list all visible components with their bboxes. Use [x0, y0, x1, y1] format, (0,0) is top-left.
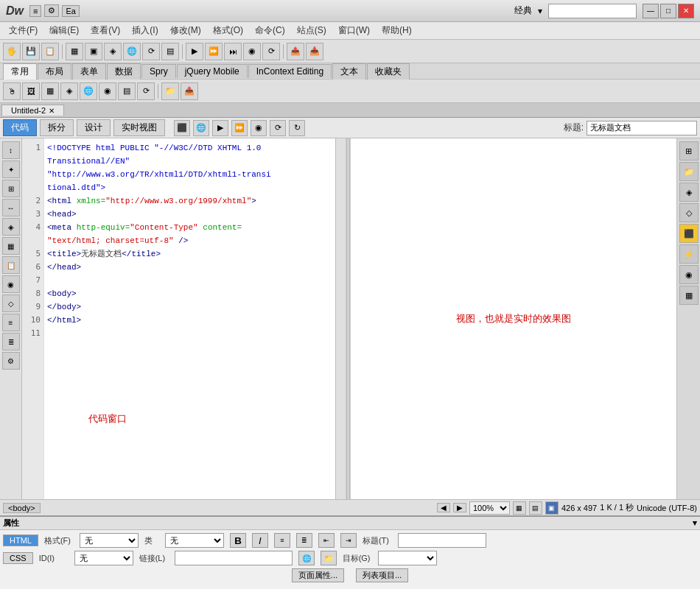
title-icon-2[interactable]: ⚙ — [44, 4, 59, 17]
ins-btn-7[interactable]: ▤ — [118, 82, 136, 100]
restore-button[interactable]: □ — [660, 4, 676, 18]
lp-icon-10[interactable]: ≡ — [2, 314, 20, 331]
lp-icon-5[interactable]: ◈ — [2, 218, 20, 236]
tb-btn-12[interactable]: ⏭ — [224, 43, 242, 60]
minimize-button[interactable]: — — [643, 4, 659, 18]
tab-layout[interactable]: 布局 — [38, 63, 71, 80]
menu-window[interactable]: 窗口(W) — [332, 23, 376, 38]
design-view-button[interactable]: 设计 — [77, 119, 111, 136]
status-icon-1[interactable]: ◀ — [437, 503, 450, 512]
code-view-button[interactable]: 代码 — [3, 119, 37, 136]
status-grid-3[interactable]: ▣ — [545, 501, 559, 515]
status-grid-1[interactable]: ▦ — [513, 501, 526, 515]
bold-button[interactable]: B — [230, 533, 246, 548]
lp-icon-1[interactable]: ↕ — [2, 141, 20, 159]
link-input[interactable] — [175, 551, 293, 565]
menu-view[interactable]: 查看(V) — [85, 23, 126, 38]
ins-btn-5[interactable]: 🌐 — [80, 82, 97, 100]
tb-btn-14[interactable]: ⟳ — [262, 43, 280, 60]
view-icon-1[interactable]: ⬛ — [174, 120, 190, 136]
live-view-button[interactable]: 实时视图 — [113, 119, 165, 136]
menu-command[interactable]: 命令(C) — [249, 23, 291, 38]
css-button[interactable]: CSS — [3, 552, 33, 564]
tab-form[interactable]: 表单 — [72, 63, 106, 80]
menu-format[interactable]: 格式(O) — [207, 23, 249, 38]
tab-incontext[interactable]: InContext Editing — [248, 64, 332, 78]
id-select[interactable]: 无 — [74, 551, 133, 565]
title-icon-1[interactable]: ≡ — [29, 5, 41, 17]
indent-btn-2[interactable]: ⇥ — [340, 533, 357, 548]
tab-text[interactable]: 文本 — [332, 63, 366, 80]
link-globe-icon[interactable]: 🌐 — [298, 551, 315, 565]
menu-modify[interactable]: 修改(M) — [164, 23, 207, 38]
tab-spry[interactable]: Spry — [141, 64, 176, 78]
split-view-button[interactable]: 拆分 — [40, 119, 74, 136]
rp-icon-color[interactable]: ⬛ — [679, 224, 699, 243]
tb-btn-9[interactable]: ▤ — [161, 43, 179, 60]
view-icon-7[interactable]: ↻ — [289, 120, 305, 136]
tb-btn-8[interactable]: ⟳ — [142, 43, 160, 60]
classic-dropdown-icon[interactable]: ▾ — [538, 6, 542, 16]
view-icon-4[interactable]: ⏩ — [231, 120, 248, 136]
tab-data[interactable]: 数据 — [107, 63, 141, 80]
title-field[interactable] — [398, 533, 486, 548]
search-input[interactable] — [548, 4, 637, 18]
lp-icon-6[interactable]: ▦ — [2, 237, 20, 255]
ins-btn-1[interactable]: 🖱 — [3, 82, 21, 100]
tb-btn-3[interactable]: 📋 — [41, 43, 59, 60]
tb-btn-16[interactable]: 📥 — [306, 43, 323, 60]
menu-help[interactable]: 帮助(H) — [376, 23, 418, 38]
tb-btn-11[interactable]: ⏩ — [205, 43, 223, 60]
ins-btn-2[interactable]: 🖼 — [22, 82, 40, 100]
class-select[interactable]: 无 — [165, 533, 224, 548]
menu-insert[interactable]: 插入(I) — [126, 23, 164, 38]
close-button[interactable]: ✕ — [678, 4, 694, 18]
tb-btn-15[interactable]: 📤 — [287, 43, 304, 60]
ins-btn-3[interactable]: ▦ — [41, 82, 59, 100]
lp-icon-7[interactable]: 📋 — [2, 256, 20, 274]
view-icon-5[interactable]: ◉ — [251, 120, 267, 136]
page-props-button[interactable]: 页面属性... — [292, 568, 344, 582]
list-item-button[interactable]: 列表项目... — [356, 568, 408, 582]
menu-file[interactable]: 文件(F) — [3, 23, 43, 38]
title-field-input[interactable] — [587, 121, 697, 135]
ins-btn-8[interactable]: ⟳ — [137, 82, 155, 100]
title-icon-3[interactable]: Ea — [62, 5, 79, 17]
tb-btn-4[interactable]: ▦ — [66, 43, 83, 60]
tab-common[interactable]: 常用 — [3, 63, 37, 80]
lp-icon-12[interactable]: ⚙ — [2, 352, 20, 370]
rp-icon-4[interactable]: ◇ — [679, 203, 699, 222]
doc-tab-close-icon[interactable]: ✕ — [49, 107, 55, 115]
tab-favorites[interactable]: 收藏夹 — [367, 63, 410, 80]
target-select[interactable] — [378, 551, 437, 565]
rp-icon-6[interactable]: ⚡ — [679, 244, 699, 264]
status-grid-2[interactable]: ▤ — [529, 501, 542, 515]
lp-icon-3[interactable]: ⊞ — [2, 180, 20, 197]
ins-btn-6[interactable]: ◉ — [99, 82, 116, 100]
zoom-select[interactable]: 100% — [469, 501, 510, 515]
code-scrollbar[interactable] — [335, 138, 346, 499]
tb-btn-10[interactable]: ▶ — [186, 43, 203, 60]
ins-btn-4[interactable]: ◈ — [60, 82, 78, 100]
lp-icon-8[interactable]: ◉ — [2, 275, 20, 293]
html-button[interactable]: HTML — [3, 535, 38, 546]
list-btn-2[interactable]: ≣ — [296, 533, 312, 548]
code-editor[interactable]: <!DOCTYPE html PUBLIC "-//W3C//DTD XHTML… — [44, 138, 346, 499]
link-folder-icon[interactable]: 📁 — [321, 551, 337, 565]
code-pane[interactable]: 1 2 3 4 5 6 7 8 9 10 11 <!DOCTYPE html P… — [22, 138, 346, 499]
format-select[interactable]: 无 — [80, 533, 139, 548]
ins-btn-9[interactable]: 📁 — [161, 82, 179, 100]
indent-btn-1[interactable]: ⇤ — [318, 533, 335, 548]
lp-icon-9[interactable]: ◇ — [2, 294, 20, 312]
lp-icon-11[interactable]: ≣ — [2, 333, 20, 350]
ins-btn-10[interactable]: 📤 — [181, 82, 198, 100]
lp-icon-4[interactable]: ↔ — [2, 199, 20, 216]
view-icon-6[interactable]: ⟳ — [270, 120, 286, 136]
italic-button[interactable]: I — [252, 533, 268, 548]
rp-icon-3[interactable]: ◈ — [679, 183, 699, 202]
menu-site[interactable]: 站点(S) — [291, 23, 332, 38]
tab-jquery-mobile[interactable]: jQuery Mobile — [177, 64, 248, 78]
props-collapse-icon[interactable]: ▾ — [693, 518, 697, 528]
rp-icon-8[interactable]: ▦ — [679, 286, 699, 305]
view-icon-3[interactable]: ▶ — [212, 120, 228, 136]
